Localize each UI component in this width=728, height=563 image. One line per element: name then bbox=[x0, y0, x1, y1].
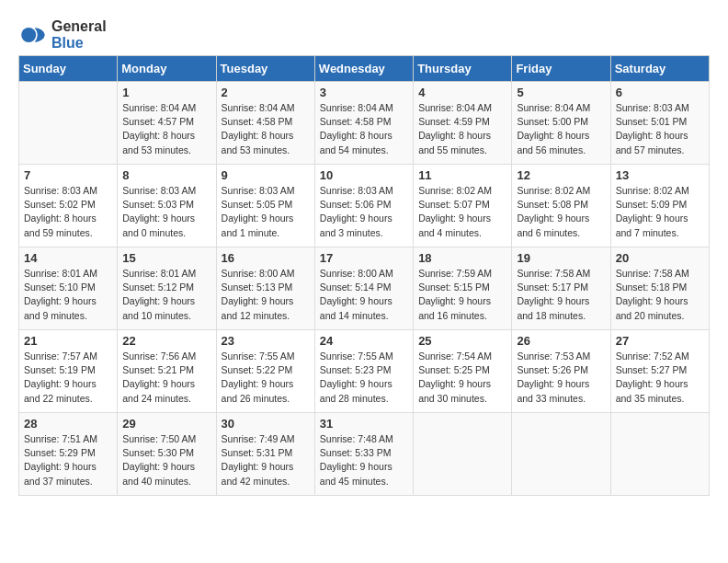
day-info: Sunrise: 7:55 AMSunset: 5:23 PMDaylight:… bbox=[320, 350, 408, 406]
day-info: Sunrise: 8:00 AMSunset: 5:13 PMDaylight:… bbox=[222, 267, 310, 323]
day-number: 10 bbox=[320, 168, 408, 182]
day-number: 16 bbox=[222, 251, 310, 265]
day-info: Sunrise: 8:00 AMSunset: 5:14 PMDaylight:… bbox=[320, 267, 408, 323]
calendar-cell: 23Sunrise: 7:55 AMSunset: 5:22 PMDayligh… bbox=[216, 330, 314, 413]
calendar-cell: 12Sunrise: 8:02 AMSunset: 5:08 PMDayligh… bbox=[512, 165, 610, 247]
calendar-cell: 11Sunrise: 8:02 AMSunset: 5:07 PMDayligh… bbox=[414, 165, 512, 247]
day-info: Sunrise: 7:59 AMSunset: 5:15 PMDaylight:… bbox=[418, 267, 506, 323]
calendar-cell bbox=[610, 413, 709, 496]
day-number: 3 bbox=[320, 86, 408, 99]
svg-point-0 bbox=[21, 28, 36, 42]
day-info: Sunrise: 7:53 AMSunset: 5:26 PMDaylight:… bbox=[517, 350, 605, 406]
day-number: 19 bbox=[517, 251, 605, 265]
day-info: Sunrise: 8:04 AMSunset: 4:57 PMDaylight:… bbox=[122, 101, 210, 157]
calendar-cell: 22Sunrise: 7:56 AMSunset: 5:21 PMDayligh… bbox=[118, 330, 216, 413]
day-info: Sunrise: 8:04 AMSunset: 4:58 PMDaylight:… bbox=[320, 101, 408, 157]
calendar-week-5: 28Sunrise: 7:51 AMSunset: 5:29 PMDayligh… bbox=[19, 413, 710, 496]
day-info: Sunrise: 8:03 AMSunset: 5:03 PMDaylight:… bbox=[122, 184, 210, 240]
calendar-cell: 15Sunrise: 8:01 AMSunset: 5:12 PMDayligh… bbox=[118, 247, 216, 330]
calendar-cell: 8Sunrise: 8:03 AMSunset: 5:03 PMDaylight… bbox=[118, 165, 216, 247]
calendar-cell: 3Sunrise: 8:04 AMSunset: 4:58 PMDaylight… bbox=[314, 82, 413, 165]
day-info: Sunrise: 7:54 AMSunset: 5:25 PMDaylight:… bbox=[418, 350, 506, 406]
day-number: 11 bbox=[418, 168, 506, 182]
calendar-cell: 5Sunrise: 8:04 AMSunset: 5:00 PMDaylight… bbox=[512, 82, 610, 165]
day-info: Sunrise: 7:51 AMSunset: 5:29 PMDaylight:… bbox=[24, 432, 112, 488]
day-number: 20 bbox=[616, 251, 704, 265]
day-info: Sunrise: 7:52 AMSunset: 5:27 PMDaylight:… bbox=[616, 350, 704, 406]
day-info: Sunrise: 7:50 AMSunset: 5:30 PMDaylight:… bbox=[122, 432, 210, 488]
calendar-cell: 1Sunrise: 8:04 AMSunset: 4:57 PMDaylight… bbox=[118, 82, 216, 165]
day-number: 9 bbox=[222, 168, 310, 182]
calendar-cell: 24Sunrise: 7:55 AMSunset: 5:23 PMDayligh… bbox=[314, 330, 413, 413]
calendar-cell bbox=[19, 82, 118, 165]
day-number: 23 bbox=[222, 334, 310, 348]
day-number: 14 bbox=[24, 251, 112, 265]
day-info: Sunrise: 8:04 AMSunset: 5:00 PMDaylight:… bbox=[517, 101, 605, 157]
day-info: Sunrise: 7:57 AMSunset: 5:19 PMDaylight:… bbox=[24, 350, 112, 406]
calendar-cell: 31Sunrise: 7:48 AMSunset: 5:33 PMDayligh… bbox=[314, 413, 413, 496]
logo-text: General Blue bbox=[51, 18, 107, 52]
calendar-cell: 6Sunrise: 8:03 AMSunset: 5:01 PMDaylight… bbox=[610, 82, 709, 165]
page-header: General Blue bbox=[18, 18, 710, 52]
day-info: Sunrise: 7:56 AMSunset: 5:21 PMDaylight:… bbox=[122, 350, 210, 406]
day-info: Sunrise: 7:58 AMSunset: 5:18 PMDaylight:… bbox=[616, 267, 704, 323]
calendar-header: SundayMondayTuesdayWednesdayThursdayFrid… bbox=[19, 56, 710, 82]
calendar-week-3: 14Sunrise: 8:01 AMSunset: 5:10 PMDayligh… bbox=[19, 247, 710, 330]
day-info: Sunrise: 8:03 AMSunset: 5:05 PMDaylight:… bbox=[222, 184, 310, 240]
calendar-table: SundayMondayTuesdayWednesdayThursdayFrid… bbox=[18, 55, 710, 496]
calendar-cell: 9Sunrise: 8:03 AMSunset: 5:05 PMDaylight… bbox=[216, 165, 314, 247]
day-info: Sunrise: 8:03 AMSunset: 5:02 PMDaylight:… bbox=[24, 184, 112, 240]
calendar-cell: 18Sunrise: 7:59 AMSunset: 5:15 PMDayligh… bbox=[414, 247, 512, 330]
day-number: 5 bbox=[517, 86, 605, 99]
day-number: 13 bbox=[616, 168, 704, 182]
day-info: Sunrise: 8:02 AMSunset: 5:07 PMDaylight:… bbox=[418, 184, 506, 240]
calendar-cell: 30Sunrise: 7:49 AMSunset: 5:31 PMDayligh… bbox=[216, 413, 314, 496]
calendar-cell bbox=[414, 413, 512, 496]
calendar-cell: 13Sunrise: 8:02 AMSunset: 5:09 PMDayligh… bbox=[610, 165, 709, 247]
calendar-cell: 14Sunrise: 8:01 AMSunset: 5:10 PMDayligh… bbox=[19, 247, 118, 330]
header-day-wednesday: Wednesday bbox=[314, 56, 413, 82]
calendar-cell: 4Sunrise: 8:04 AMSunset: 4:59 PMDaylight… bbox=[414, 82, 512, 165]
logo: General Blue bbox=[18, 18, 107, 52]
header-day-tuesday: Tuesday bbox=[216, 56, 314, 82]
day-info: Sunrise: 8:02 AMSunset: 5:08 PMDaylight:… bbox=[517, 184, 605, 240]
day-number: 1 bbox=[122, 86, 210, 99]
day-number: 7 bbox=[24, 168, 112, 182]
calendar-cell: 20Sunrise: 7:58 AMSunset: 5:18 PMDayligh… bbox=[610, 247, 709, 330]
header-day-saturday: Saturday bbox=[610, 56, 709, 82]
day-info: Sunrise: 8:02 AMSunset: 5:09 PMDaylight:… bbox=[616, 184, 704, 240]
day-number: 29 bbox=[122, 417, 210, 431]
calendar-body: 1Sunrise: 8:04 AMSunset: 4:57 PMDaylight… bbox=[19, 82, 710, 496]
day-number: 21 bbox=[24, 334, 112, 348]
calendar-cell: 16Sunrise: 8:00 AMSunset: 5:13 PMDayligh… bbox=[216, 247, 314, 330]
day-info: Sunrise: 7:58 AMSunset: 5:17 PMDaylight:… bbox=[517, 267, 605, 323]
day-info: Sunrise: 8:01 AMSunset: 5:12 PMDaylight:… bbox=[122, 267, 210, 323]
header-day-thursday: Thursday bbox=[414, 56, 512, 82]
day-number: 31 bbox=[320, 417, 408, 431]
calendar-week-4: 21Sunrise: 7:57 AMSunset: 5:19 PMDayligh… bbox=[19, 330, 710, 413]
day-number: 4 bbox=[418, 86, 506, 99]
day-number: 27 bbox=[616, 334, 704, 348]
header-day-friday: Friday bbox=[512, 56, 610, 82]
day-info: Sunrise: 8:04 AMSunset: 4:59 PMDaylight:… bbox=[418, 101, 506, 157]
day-info: Sunrise: 7:48 AMSunset: 5:33 PMDaylight:… bbox=[320, 432, 408, 488]
day-number: 17 bbox=[320, 251, 408, 265]
header-day-sunday: Sunday bbox=[19, 56, 118, 82]
day-info: Sunrise: 8:03 AMSunset: 5:06 PMDaylight:… bbox=[320, 184, 408, 240]
calendar-cell: 27Sunrise: 7:52 AMSunset: 5:27 PMDayligh… bbox=[610, 330, 709, 413]
calendar-cell bbox=[512, 413, 610, 496]
calendar-week-2: 7Sunrise: 8:03 AMSunset: 5:02 PMDaylight… bbox=[19, 165, 710, 247]
day-number: 28 bbox=[24, 417, 112, 431]
calendar-cell: 7Sunrise: 8:03 AMSunset: 5:02 PMDaylight… bbox=[19, 165, 118, 247]
day-info: Sunrise: 8:03 AMSunset: 5:01 PMDaylight:… bbox=[616, 101, 704, 157]
day-number: 26 bbox=[517, 334, 605, 348]
day-number: 25 bbox=[418, 334, 506, 348]
day-info: Sunrise: 7:49 AMSunset: 5:31 PMDaylight:… bbox=[222, 432, 310, 488]
calendar-cell: 21Sunrise: 7:57 AMSunset: 5:19 PMDayligh… bbox=[19, 330, 118, 413]
header-day-monday: Monday bbox=[118, 56, 216, 82]
calendar-cell: 2Sunrise: 8:04 AMSunset: 4:58 PMDaylight… bbox=[216, 82, 314, 165]
day-number: 18 bbox=[418, 251, 506, 265]
day-info: Sunrise: 7:55 AMSunset: 5:22 PMDaylight:… bbox=[222, 350, 310, 406]
calendar-cell: 10Sunrise: 8:03 AMSunset: 5:06 PMDayligh… bbox=[314, 165, 413, 247]
day-info: Sunrise: 8:01 AMSunset: 5:10 PMDaylight:… bbox=[24, 267, 112, 323]
